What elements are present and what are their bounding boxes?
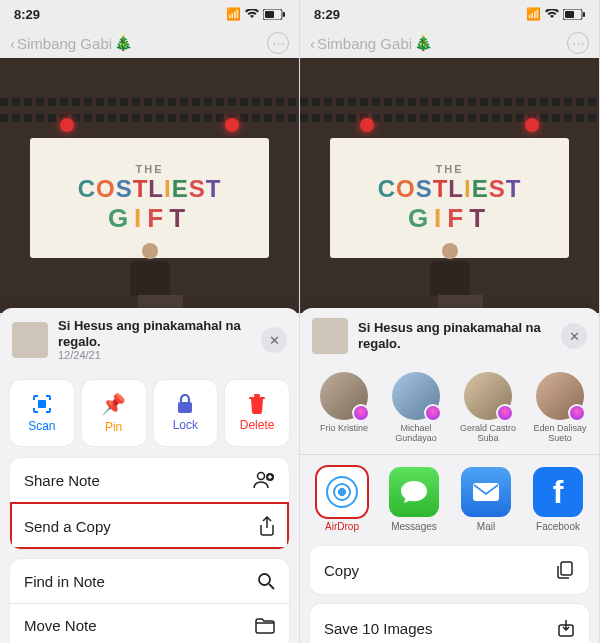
contacts-row: Frio Kristine Michael Gundayao Gerald Ca… — [300, 364, 599, 455]
facebook-app[interactable]: f Facebook — [530, 467, 586, 532]
svg-point-7 — [258, 473, 265, 480]
note-photo[interactable]: THE COSTLIEST GIFT — [300, 58, 599, 313]
note-actions-sheet: Si Hesus ang pinakamahal na regalo. 12/2… — [0, 308, 299, 643]
pin-icon: 📌 — [101, 392, 126, 416]
note-thumbnail — [12, 322, 48, 358]
svg-rect-3 — [38, 400, 46, 408]
download-icon — [557, 618, 575, 638]
share-note-item[interactable]: Share Note — [10, 458, 289, 502]
status-icons: 📶 — [226, 7, 285, 21]
status-time: 8:29 — [14, 7, 40, 22]
apps-row: AirDrop Messages Mail f Facebook — [300, 455, 599, 546]
svg-point-9 — [259, 574, 270, 585]
ellipsis-icon: ⋯ — [272, 36, 285, 51]
facebook-icon: f — [533, 467, 583, 517]
airdrop-icon — [326, 476, 358, 508]
contact-item[interactable]: Michael Gundayao — [386, 372, 446, 444]
save-images-item[interactable]: Save 10 Images — [310, 604, 589, 643]
sheet-title: Si Hesus ang pinakamahal na regalo. — [358, 320, 551, 351]
contact-item[interactable]: Gerald Castro Suba — [458, 372, 518, 444]
svg-rect-14 — [473, 483, 499, 501]
wifi-icon — [245, 9, 259, 19]
svg-rect-12 — [565, 11, 574, 18]
signal-icon: 📶 — [226, 7, 241, 21]
send-copy-item[interactable]: Send a Copy — [10, 502, 289, 549]
chevron-left-icon: ‹ — [10, 35, 15, 52]
wifi-icon — [545, 9, 559, 19]
svg-rect-1 — [265, 11, 274, 18]
person-add-icon — [253, 471, 275, 489]
search-icon — [257, 572, 275, 590]
close-icon: ✕ — [269, 333, 280, 348]
close-button[interactable]: ✕ — [261, 327, 287, 353]
pin-button[interactable]: 📌 Pin — [82, 380, 146, 446]
back-button[interactable]: ‹ Simbang Gabi 🎄 — [310, 34, 433, 52]
chevron-left-icon: ‹ — [310, 35, 315, 52]
trash-icon — [248, 394, 266, 414]
note-thumbnail — [312, 318, 348, 354]
svg-rect-4 — [178, 402, 192, 413]
messenger-badge-icon — [352, 404, 370, 422]
svg-rect-13 — [583, 12, 585, 17]
copy-item[interactable]: Copy — [310, 546, 589, 594]
move-note-item[interactable]: Move Note — [10, 603, 289, 643]
back-button[interactable]: ‹ Simbang Gabi 🎄 — [10, 34, 133, 52]
lock-icon — [176, 394, 194, 414]
nav-bar: ‹ Simbang Gabi 🎄 ⋯ — [300, 28, 599, 58]
status-bar: 8:29 📶 — [0, 0, 299, 28]
close-button[interactable]: ✕ — [561, 323, 587, 349]
status-bar: 8:29 📶 — [300, 0, 599, 28]
signal-icon: 📶 — [526, 7, 541, 21]
left-screenshot: 8:29 📶 ‹ Simbang Gabi 🎄 ⋯ THE COSTLIEST … — [0, 0, 300, 643]
scan-button[interactable]: Scan — [10, 380, 74, 446]
battery-icon — [563, 9, 585, 20]
more-button[interactable]: ⋯ — [567, 32, 589, 54]
mail-icon — [461, 467, 511, 517]
svg-rect-2 — [283, 12, 285, 17]
messages-icon — [389, 467, 439, 517]
svg-rect-6 — [254, 394, 260, 397]
airdrop-app[interactable]: AirDrop — [314, 467, 370, 532]
contact-item[interactable]: Frio Kristine — [314, 372, 374, 444]
find-in-note-item[interactable]: Find in Note — [10, 559, 289, 603]
status-time: 8:29 — [314, 7, 340, 22]
folder-icon — [255, 618, 275, 634]
mail-app[interactable]: Mail — [458, 467, 514, 532]
share-icon — [259, 516, 275, 536]
status-icons: 📶 — [526, 7, 585, 21]
battery-icon — [263, 9, 285, 20]
svg-rect-15 — [561, 562, 572, 575]
ellipsis-icon: ⋯ — [572, 36, 585, 51]
messages-app[interactable]: Messages — [386, 467, 442, 532]
copy-icon — [555, 560, 575, 580]
note-photo[interactable]: THE COSTLIEST GIFT — [0, 58, 299, 313]
close-icon: ✕ — [569, 329, 580, 344]
svg-rect-5 — [249, 397, 265, 399]
lock-button[interactable]: Lock — [154, 380, 218, 446]
scan-icon — [31, 393, 53, 415]
contact-item[interactable]: Eden Dalisay Sueto — [530, 372, 590, 444]
share-sheet: Si Hesus ang pinakamahal na regalo. ✕ Fr… — [300, 308, 599, 643]
sheet-title: Si Hesus ang pinakamahal na regalo. 12/2… — [58, 318, 251, 362]
right-screenshot: 8:29 📶 ‹ Simbang Gabi 🎄 ⋯ THE COSTLIEST … — [300, 0, 600, 643]
more-button[interactable]: ⋯ — [267, 32, 289, 54]
delete-button[interactable]: Delete — [225, 380, 289, 446]
nav-bar: ‹ Simbang Gabi 🎄 ⋯ — [0, 28, 299, 58]
